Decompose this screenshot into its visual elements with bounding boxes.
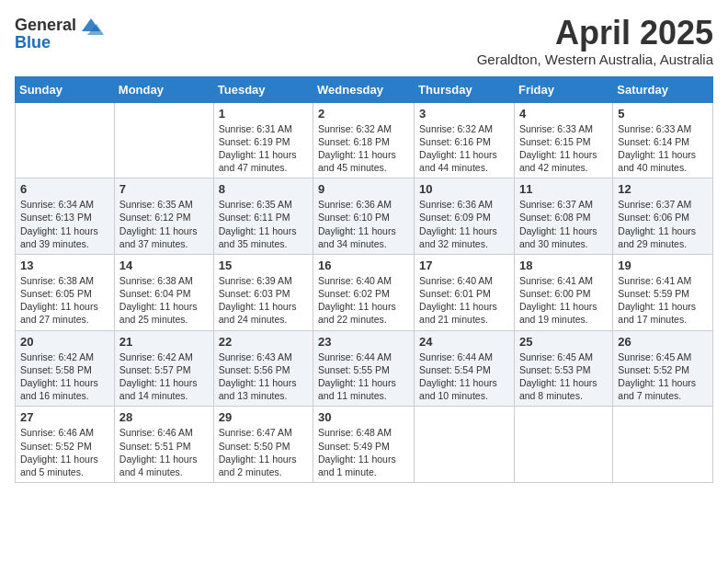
- day-header-monday: Monday: [114, 76, 213, 102]
- calendar-cell: 29Sunrise: 6:47 AM Sunset: 5:50 PM Dayli…: [213, 407, 313, 483]
- day-detail: Sunrise: 6:45 AM Sunset: 5:53 PM Dayligh…: [519, 350, 608, 403]
- calendar-cell: 30Sunrise: 6:48 AM Sunset: 5:49 PM Dayli…: [313, 407, 415, 483]
- calendar-cell: 7Sunrise: 6:35 AM Sunset: 6:12 PM Daylig…: [114, 178, 213, 255]
- day-detail: Sunrise: 6:32 AM Sunset: 6:18 PM Dayligh…: [318, 122, 409, 175]
- day-number: 6: [20, 182, 109, 196]
- calendar-cell: 5Sunrise: 6:33 AM Sunset: 6:14 PM Daylig…: [613, 102, 713, 178]
- day-number: 9: [318, 182, 409, 196]
- title-block: April 2025 Geraldton, Western Australia,…: [477, 15, 713, 67]
- day-number: 14: [119, 259, 209, 272]
- day-number: 7: [119, 182, 209, 196]
- calendar-cell: 20Sunrise: 6:42 AM Sunset: 5:58 PM Dayli…: [16, 330, 115, 407]
- day-detail: Sunrise: 6:31 AM Sunset: 6:19 PM Dayligh…: [219, 122, 308, 175]
- calendar-cell: 18Sunrise: 6:41 AM Sunset: 6:00 PM Dayli…: [514, 254, 612, 330]
- day-number: 25: [519, 335, 608, 349]
- day-detail: Sunrise: 6:39 AM Sunset: 6:03 PM Dayligh…: [219, 274, 308, 327]
- day-detail: Sunrise: 6:46 AM Sunset: 5:51 PM Dayligh…: [119, 426, 209, 478]
- day-number: 30: [318, 410, 409, 424]
- day-number: 23: [318, 335, 409, 349]
- day-number: 19: [618, 259, 708, 272]
- day-detail: Sunrise: 6:33 AM Sunset: 6:14 PM Dayligh…: [618, 122, 708, 175]
- logo: General Blue: [15, 15, 104, 52]
- day-detail: Sunrise: 6:38 AM Sunset: 6:04 PM Dayligh…: [119, 274, 209, 327]
- calendar-cell: 21Sunrise: 6:42 AM Sunset: 5:57 PM Dayli…: [114, 330, 213, 407]
- calendar-cell: 19Sunrise: 6:41 AM Sunset: 5:59 PM Dayli…: [613, 254, 713, 330]
- logo-icon: [78, 15, 104, 37]
- calendar-cell: [16, 102, 115, 178]
- day-number: 4: [519, 107, 608, 121]
- header-row: SundayMondayTuesdayWednesdayThursdayFrid…: [16, 76, 713, 102]
- day-detail: Sunrise: 6:44 AM Sunset: 5:54 PM Dayligh…: [419, 350, 509, 403]
- day-header-tuesday: Tuesday: [213, 76, 313, 102]
- day-header-sunday: Sunday: [16, 76, 115, 102]
- day-detail: Sunrise: 6:44 AM Sunset: 5:55 PM Dayligh…: [318, 350, 409, 403]
- day-number: 24: [419, 335, 509, 349]
- day-number: 27: [20, 410, 109, 424]
- calendar-table: SundayMondayTuesdayWednesdayThursdayFrid…: [15, 76, 713, 483]
- day-detail: Sunrise: 6:42 AM Sunset: 5:57 PM Dayligh…: [119, 350, 209, 403]
- day-detail: Sunrise: 6:33 AM Sunset: 6:15 PM Dayligh…: [519, 122, 608, 175]
- day-number: 10: [419, 182, 509, 196]
- subtitle: Geraldton, Western Australia, Australia: [477, 52, 713, 67]
- day-detail: Sunrise: 6:36 AM Sunset: 6:10 PM Dayligh…: [318, 198, 409, 250]
- calendar-cell: [114, 102, 213, 178]
- week-row-3: 13Sunrise: 6:38 AM Sunset: 6:05 PM Dayli…: [16, 254, 713, 330]
- day-detail: Sunrise: 6:37 AM Sunset: 6:08 PM Dayligh…: [519, 198, 608, 250]
- calendar-cell: 26Sunrise: 6:45 AM Sunset: 5:52 PM Dayli…: [613, 330, 713, 407]
- day-number: 22: [219, 335, 308, 349]
- calendar-cell: 22Sunrise: 6:43 AM Sunset: 5:56 PM Dayli…: [213, 330, 313, 407]
- day-number: 28: [119, 410, 209, 424]
- calendar-cell: 28Sunrise: 6:46 AM Sunset: 5:51 PM Dayli…: [114, 407, 213, 483]
- day-number: 13: [20, 259, 109, 272]
- day-number: 26: [618, 335, 708, 349]
- day-header-saturday: Saturday: [613, 76, 713, 102]
- calendar-cell: 3Sunrise: 6:32 AM Sunset: 6:16 PM Daylig…: [415, 102, 515, 178]
- calendar-cell: 6Sunrise: 6:34 AM Sunset: 6:13 PM Daylig…: [16, 178, 115, 255]
- day-number: 15: [219, 259, 308, 272]
- week-row-4: 20Sunrise: 6:42 AM Sunset: 5:58 PM Dayli…: [16, 330, 713, 407]
- week-row-5: 27Sunrise: 6:46 AM Sunset: 5:52 PM Dayli…: [16, 407, 713, 483]
- day-number: 1: [219, 107, 308, 121]
- calendar-cell: 11Sunrise: 6:37 AM Sunset: 6:08 PM Dayli…: [514, 178, 612, 255]
- day-number: 5: [618, 107, 708, 121]
- week-row-1: 1Sunrise: 6:31 AM Sunset: 6:19 PM Daylig…: [16, 102, 713, 178]
- day-detail: Sunrise: 6:43 AM Sunset: 5:56 PM Dayligh…: [219, 350, 308, 403]
- day-detail: Sunrise: 6:40 AM Sunset: 6:02 PM Dayligh…: [318, 274, 409, 327]
- calendar-cell: 27Sunrise: 6:46 AM Sunset: 5:52 PM Dayli…: [16, 407, 115, 483]
- day-number: 12: [618, 182, 708, 196]
- day-detail: Sunrise: 6:42 AM Sunset: 5:58 PM Dayligh…: [20, 350, 109, 403]
- day-detail: Sunrise: 6:32 AM Sunset: 6:16 PM Dayligh…: [419, 122, 509, 175]
- day-number: 18: [519, 259, 608, 272]
- day-header-friday: Friday: [514, 76, 612, 102]
- day-detail: Sunrise: 6:41 AM Sunset: 6:00 PM Dayligh…: [519, 274, 608, 327]
- day-detail: Sunrise: 6:46 AM Sunset: 5:52 PM Dayligh…: [20, 426, 109, 478]
- day-header-wednesday: Wednesday: [313, 76, 415, 102]
- calendar-cell: [514, 407, 612, 483]
- calendar-cell: 23Sunrise: 6:44 AM Sunset: 5:55 PM Dayli…: [313, 330, 415, 407]
- day-number: 8: [219, 182, 308, 196]
- calendar-cell: 15Sunrise: 6:39 AM Sunset: 6:03 PM Dayli…: [213, 254, 313, 330]
- day-detail: Sunrise: 6:37 AM Sunset: 6:06 PM Dayligh…: [618, 198, 708, 250]
- calendar-cell: 2Sunrise: 6:32 AM Sunset: 6:18 PM Daylig…: [313, 102, 415, 178]
- calendar-cell: [415, 407, 515, 483]
- calendar-cell: 16Sunrise: 6:40 AM Sunset: 6:02 PM Dayli…: [313, 254, 415, 330]
- calendar-cell: 24Sunrise: 6:44 AM Sunset: 5:54 PM Dayli…: [415, 330, 515, 407]
- day-detail: Sunrise: 6:45 AM Sunset: 5:52 PM Dayligh…: [618, 350, 708, 403]
- day-detail: Sunrise: 6:34 AM Sunset: 6:13 PM Dayligh…: [20, 198, 109, 250]
- day-number: 17: [419, 259, 509, 272]
- calendar-cell: 8Sunrise: 6:35 AM Sunset: 6:11 PM Daylig…: [213, 178, 313, 255]
- calendar-cell: 1Sunrise: 6:31 AM Sunset: 6:19 PM Daylig…: [213, 102, 313, 178]
- calendar-cell: 17Sunrise: 6:40 AM Sunset: 6:01 PM Dayli…: [415, 254, 515, 330]
- day-detail: Sunrise: 6:40 AM Sunset: 6:01 PM Dayligh…: [419, 274, 509, 327]
- week-row-2: 6Sunrise: 6:34 AM Sunset: 6:13 PM Daylig…: [16, 178, 713, 255]
- logo-blue: Blue: [15, 33, 51, 52]
- day-detail: Sunrise: 6:36 AM Sunset: 6:09 PM Dayligh…: [419, 198, 509, 250]
- day-detail: Sunrise: 6:35 AM Sunset: 6:11 PM Dayligh…: [219, 198, 308, 250]
- day-number: 16: [318, 259, 409, 272]
- day-number: 29: [219, 410, 308, 424]
- day-number: 2: [318, 107, 409, 121]
- page-header: General Blue April 2025 Geraldton, Weste…: [15, 15, 713, 67]
- month-title: April 2025: [477, 15, 713, 52]
- day-detail: Sunrise: 6:47 AM Sunset: 5:50 PM Dayligh…: [219, 426, 308, 478]
- day-detail: Sunrise: 6:48 AM Sunset: 5:49 PM Dayligh…: [318, 426, 409, 478]
